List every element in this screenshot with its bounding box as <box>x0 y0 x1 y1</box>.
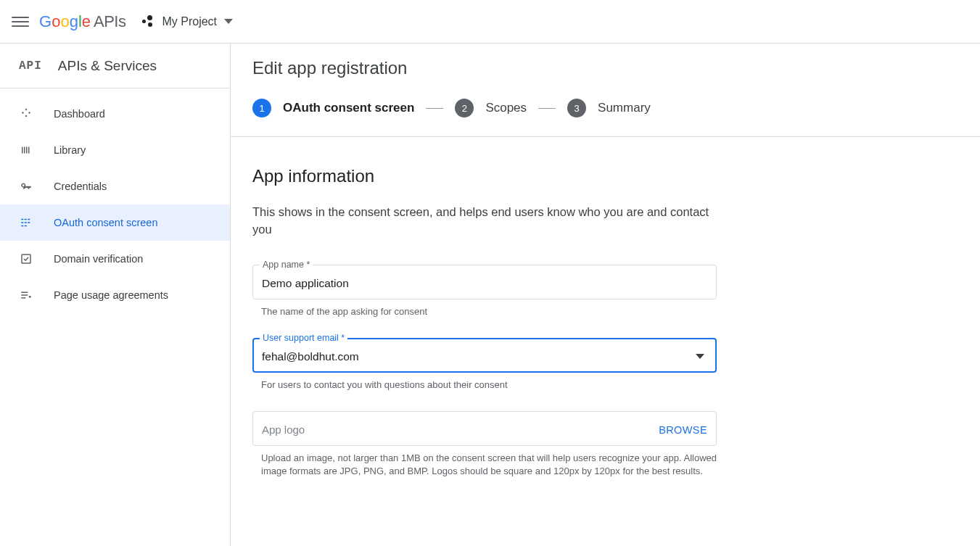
nav: Dashboard Library Credentials OAuth cons… <box>0 88 230 313</box>
app-logo-helper: Upload an image, not larger than 1MB on … <box>261 452 717 479</box>
page-title: Edit app registration <box>252 58 958 78</box>
api-badge: API <box>19 59 42 73</box>
menu-icon[interactable] <box>12 13 29 30</box>
step-label: Scopes <box>485 101 527 115</box>
step-number: 3 <box>567 99 586 117</box>
sidebar-item-label: Dashboard <box>54 108 105 120</box>
logo-suffix: APIs <box>94 12 125 31</box>
sidebar-item-label: Library <box>54 144 86 156</box>
project-icon <box>141 15 155 28</box>
consent-icon <box>19 215 33 230</box>
app-name-input[interactable] <box>252 265 717 299</box>
sidebar-item-label: Domain verification <box>54 253 143 265</box>
sidebar-item-label: Page usage agreements <box>54 289 168 301</box>
chevron-down-icon <box>696 354 704 359</box>
step-separator <box>426 108 443 109</box>
sidebar-item-dashboard[interactable]: Dashboard <box>0 96 230 132</box>
app-name-field: App name * <box>252 265 717 299</box>
step-scopes[interactable]: 2 Scopes <box>455 99 527 117</box>
sidebar-title: APIs & Services <box>58 58 157 74</box>
sidebar-item-library[interactable]: Library <box>0 132 230 168</box>
sidebar-header: API APIs & Services <box>0 44 230 88</box>
sidebar-item-page-usage[interactable]: Page usage agreements <box>0 277 230 313</box>
field-label: App name * <box>260 260 313 270</box>
section-description: This shows in the consent screen, and he… <box>252 204 717 239</box>
svg-rect-0 <box>22 255 30 263</box>
step-number: 1 <box>252 99 271 117</box>
support-email-select[interactable]: fehal@boldhut.com <box>252 338 717 373</box>
sidebar-item-label: OAuth consent screen <box>54 217 157 228</box>
step-number: 2 <box>455 99 474 117</box>
support-email-helper: For users to contact you with questions … <box>261 379 717 392</box>
step-oauth-consent[interactable]: 1 OAuth consent screen <box>252 99 414 117</box>
sidebar-item-oauth-consent[interactable]: OAuth consent screen <box>0 204 230 241</box>
support-email-field: User support email * fehal@boldhut.com <box>252 338 717 373</box>
settings-list-icon <box>19 288 33 302</box>
google-apis-logo[interactable]: Google APIs <box>39 12 125 31</box>
step-separator <box>538 108 556 109</box>
section-title: App information <box>252 166 949 186</box>
step-summary[interactable]: 3 Summary <box>567 99 651 117</box>
dashboard-icon <box>19 107 33 121</box>
app-logo-field: App logo BROWSE <box>252 411 717 446</box>
check-box-icon <box>19 252 33 266</box>
sidebar: API APIs & Services Dashboard Library <box>0 44 231 546</box>
stepper: 1 OAuth consent screen 2 Scopes 3 Summar… <box>231 78 980 137</box>
main: Edit app registration 1 OAuth consent sc… <box>231 44 980 546</box>
key-icon <box>19 179 33 194</box>
sidebar-item-credentials[interactable]: Credentials <box>0 168 230 204</box>
field-label: User support email * <box>260 333 347 343</box>
chevron-down-icon <box>224 19 233 24</box>
browse-button[interactable]: BROWSE <box>659 424 707 436</box>
select-value: fehal@boldhut.com <box>262 350 359 363</box>
step-label: Summary <box>598 101 651 115</box>
app-name-helper: The name of the app asking for consent <box>261 305 717 319</box>
project-picker[interactable]: My Project <box>141 15 233 28</box>
library-icon <box>19 143 33 157</box>
sidebar-item-domain-verification[interactable]: Domain verification <box>0 241 230 277</box>
header: Google APIs My Project <box>0 0 980 44</box>
app-logo-placeholder: App logo <box>262 423 305 436</box>
sidebar-item-label: Credentials <box>54 181 107 192</box>
project-name: My Project <box>162 15 217 28</box>
svg-point-1 <box>29 296 30 297</box>
step-label: OAuth consent screen <box>283 101 414 115</box>
